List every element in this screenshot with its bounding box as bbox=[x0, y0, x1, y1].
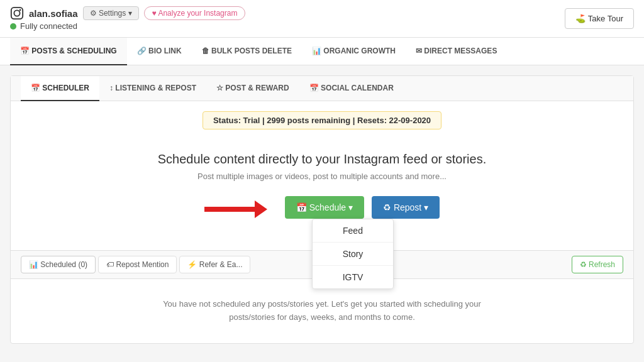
arrow-line bbox=[204, 207, 255, 212]
connected-dot bbox=[10, 23, 16, 30]
dropdown-item-igtv[interactable]: IGTV bbox=[313, 266, 393, 288]
empty-state-text: You have not scheduled any posts/stories… bbox=[163, 299, 481, 322]
main-content: Schedule content directly to your Instag… bbox=[11, 140, 633, 250]
instagram-icon bbox=[10, 6, 24, 20]
sub-tab-reward-label: ☆ POST & REWARD bbox=[216, 84, 289, 92]
bottom-tab-refer-label: ⚡ Refer & Ea... bbox=[187, 260, 242, 269]
nav-tab-bio[interactable]: 🔗 BIO LINK bbox=[127, 38, 192, 65]
svg-point-2 bbox=[19, 9, 21, 11]
main-nav: 📅 POSTS & SCHEDULING 🔗 BIO LINK 🗑 Bulk P… bbox=[0, 38, 644, 65]
nav-tab-growth-label: 📊 ORGANIC GROWTH bbox=[312, 47, 396, 55]
status-bar: Status: Trial | 2999 posts remaining | R… bbox=[203, 111, 441, 129]
top-header: alan.sofiaa ⚙ Settings ▾ ♥ Analyze your … bbox=[0, 0, 644, 38]
bottom-tab-scheduled-label: 📊 Scheduled (0) bbox=[29, 260, 87, 269]
status-text: Status: Trial | 2999 posts remaining | R… bbox=[213, 116, 431, 125]
dropdown-feed-label: Feed bbox=[343, 226, 363, 236]
take-tour-button[interactable]: ⛳ Take Tour bbox=[565, 8, 634, 29]
sub-tab-calendar[interactable]: 📅 SOCIAL CALENDAR bbox=[299, 76, 404, 101]
nav-tab-posts[interactable]: 📅 POSTS & SCHEDULING bbox=[10, 38, 127, 65]
dropdown-story-label: Story bbox=[343, 249, 364, 259]
nav-tab-messages-label: ✉ DIRECT MESSAGES bbox=[416, 47, 497, 55]
bottom-tab-repost[interactable]: 🏷 Repost Mention bbox=[98, 256, 177, 273]
sub-tab-listening-label: ↕ LISTENING & REPOST bbox=[109, 84, 196, 92]
dropdown-igtv-label: IGTV bbox=[343, 272, 364, 282]
dropdown-item-story[interactable]: Story bbox=[313, 243, 393, 266]
nav-tab-messages[interactable]: ✉ DIRECT MESSAGES bbox=[406, 38, 507, 65]
instagram-handle: alan.sofiaa ⚙ Settings ▾ ♥ Analyze your … bbox=[10, 6, 245, 20]
bottom-tab-scheduled[interactable]: 📊 Scheduled (0) bbox=[21, 256, 96, 273]
schedule-button[interactable]: 📅 Schedule ▾ bbox=[285, 196, 364, 219]
bottom-tabs-left: 📊 Scheduled (0) 🏷 Repost Mention ⚡ Refer… bbox=[21, 256, 250, 273]
settings-button[interactable]: ⚙ Settings ▾ bbox=[83, 6, 139, 20]
content-area: 📅 SCHEDULER ↕ LISTENING & REPOST ☆ POST … bbox=[10, 75, 634, 344]
header-left: alan.sofiaa ⚙ Settings ▾ ♥ Analyze your … bbox=[10, 6, 245, 31]
analyze-button[interactable]: ♥ Analyze your Instagram bbox=[144, 6, 246, 20]
sub-tab-calendar-label: 📅 SOCIAL CALENDAR bbox=[309, 84, 394, 92]
arrow-wrapper bbox=[204, 200, 280, 219]
sub-tab-listening[interactable]: ↕ LISTENING & REPOST bbox=[99, 76, 206, 101]
sub-tab-scheduler-label: 📅 SCHEDULER bbox=[31, 84, 89, 92]
main-title: Schedule content directly to your Instag… bbox=[21, 152, 623, 167]
bottom-tab-refer[interactable]: ⚡ Refer & Ea... bbox=[179, 256, 250, 273]
schedule-dropdown: Feed Story IGTV bbox=[312, 219, 394, 289]
svg-rect-0 bbox=[11, 8, 23, 19]
dropdown-item-feed[interactable]: Feed bbox=[313, 219, 393, 243]
buttons-and-dropdown: 📅 Schedule ▾ ♻ Repost ▾ Feed Story IGTV bbox=[285, 196, 440, 219]
status-bar-wrapper: Status: Trial | 2999 posts remaining | R… bbox=[11, 111, 633, 129]
sub-tab-reward[interactable]: ☆ POST & REWARD bbox=[206, 76, 299, 101]
refresh-button[interactable]: ♻ Refresh bbox=[572, 256, 623, 273]
sub-tabs: 📅 SCHEDULER ↕ LISTENING & REPOST ☆ POST … bbox=[11, 76, 633, 101]
nav-tab-posts-label: 📅 POSTS & SCHEDULING bbox=[20, 47, 117, 55]
main-subtitle: Post multiple images or videos, post to … bbox=[21, 172, 623, 181]
nav-tab-bulk[interactable]: 🗑 Bulk Posts Delete bbox=[192, 38, 302, 65]
svg-point-1 bbox=[14, 10, 19, 16]
repost-button[interactable]: ♻ Repost ▾ bbox=[372, 196, 440, 219]
red-arrow bbox=[204, 200, 267, 218]
connection-status: Fully connected bbox=[10, 21, 245, 31]
inline-buttons: 📅 Schedule ▾ ♻ Repost ▾ bbox=[285, 196, 440, 219]
schedule-section: 📅 Schedule ▾ ♻ Repost ▾ Feed Story IGTV bbox=[21, 196, 623, 219]
nav-tab-bulk-label: 🗑 Bulk Posts Delete bbox=[202, 47, 292, 55]
sub-tab-scheduler[interactable]: 📅 SCHEDULER bbox=[21, 76, 99, 101]
arrow-head bbox=[255, 200, 267, 218]
username: alan.sofiaa bbox=[29, 8, 78, 19]
connected-label: Fully connected bbox=[20, 21, 77, 31]
nav-tab-bio-label: 🔗 BIO LINK bbox=[137, 47, 182, 55]
bottom-tab-repost-label: 🏷 Repost Mention bbox=[106, 260, 169, 269]
nav-tab-growth[interactable]: 📊 ORGANIC GROWTH bbox=[302, 38, 406, 65]
